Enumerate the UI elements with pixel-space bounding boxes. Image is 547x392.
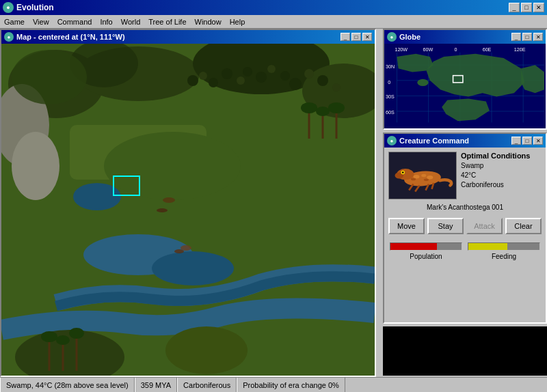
creature-stats: Optimal Conditions Swamp 42°C Carbonifer… bbox=[461, 152, 542, 199]
menu-help[interactable]: Help bbox=[226, 16, 250, 27]
creature-image bbox=[388, 152, 457, 199]
creature-title: Creature Command bbox=[399, 137, 511, 145]
globe-svg: 120W 60W 0 60E 120E 30N 0 30S 60S bbox=[384, 44, 546, 128]
stay-button[interactable]: Stay bbox=[427, 218, 464, 234]
svg-point-19 bbox=[256, 72, 267, 83]
menu-bar: Game View Command Info World Tree of Lif… bbox=[0, 15, 547, 29]
map-window: ● Map - centered at (1°N, 111°W) _ □ ✕ bbox=[0, 29, 376, 377]
svg-point-33 bbox=[41, 331, 57, 342]
svg-point-18 bbox=[243, 67, 252, 76]
globe-close[interactable]: ✕ bbox=[533, 33, 543, 41]
globe-icon: ● bbox=[387, 32, 397, 42]
population-col: Population bbox=[390, 242, 462, 260]
creature-title-bar: ● Creature Command _ □ ✕ bbox=[384, 134, 546, 148]
move-button[interactable]: Move bbox=[388, 218, 425, 234]
population-label: Population bbox=[410, 253, 442, 260]
clear-button[interactable]: Clear bbox=[505, 218, 542, 234]
svg-text:120W: 120W bbox=[395, 47, 408, 53]
svg-point-21 bbox=[280, 71, 290, 81]
population-bar-container bbox=[390, 242, 462, 251]
svg-point-41 bbox=[163, 197, 175, 203]
svg-point-22 bbox=[289, 78, 302, 90]
lizard-svg bbox=[392, 155, 453, 196]
creature-close[interactable]: ✕ bbox=[533, 137, 543, 145]
globe-title-bar: ● Globe _ □ ✕ bbox=[384, 30, 546, 44]
map-terrain-svg bbox=[1, 44, 375, 376]
svg-point-38 bbox=[73, 183, 121, 210]
menu-info[interactable]: Info bbox=[96, 16, 116, 27]
creature-minimize[interactable]: _ bbox=[511, 137, 521, 145]
svg-point-40 bbox=[174, 249, 184, 253]
globe-title: Globe bbox=[399, 33, 511, 41]
svg-point-16 bbox=[222, 68, 232, 79]
svg-text:0: 0 bbox=[455, 47, 457, 53]
globe-restore[interactable]: □ bbox=[522, 33, 532, 41]
map-canvas[interactable] bbox=[1, 44, 375, 376]
minimize-button[interactable]: _ bbox=[509, 3, 520, 12]
menu-world[interactable]: World bbox=[117, 16, 145, 27]
menu-command[interactable]: Command bbox=[53, 16, 96, 27]
globe-minimize[interactable]: _ bbox=[511, 33, 521, 41]
svg-point-23 bbox=[304, 69, 314, 79]
population-bar bbox=[390, 243, 437, 250]
menu-game[interactable]: Game bbox=[0, 16, 29, 27]
svg-point-12 bbox=[165, 326, 248, 374]
creature-content: Optimal Conditions Swamp 42°C Carbonifer… bbox=[384, 148, 546, 267]
restore-button[interactable]: □ bbox=[521, 3, 532, 12]
map-restore[interactable]: □ bbox=[351, 33, 361, 41]
svg-point-35 bbox=[56, 335, 70, 345]
feeding-bar-container bbox=[468, 242, 540, 251]
svg-point-80 bbox=[414, 175, 420, 178]
svg-point-84 bbox=[424, 179, 429, 182]
title-bar-buttons: _ □ ✕ bbox=[509, 3, 544, 12]
map-title-bar: ● Map - centered at (1°N, 111°W) _ □ ✕ bbox=[1, 30, 375, 44]
svg-point-13 bbox=[187, 75, 198, 86]
mya-status: 359 MYA bbox=[135, 378, 177, 392]
status-bar: Swamp, 44°C (28m above sea level) 359 MY… bbox=[0, 377, 547, 392]
svg-point-81 bbox=[421, 174, 426, 178]
svg-text:60S: 60S bbox=[386, 110, 395, 115]
svg-text:60E: 60E bbox=[483, 47, 492, 53]
svg-point-27 bbox=[301, 102, 317, 113]
svg-point-37 bbox=[69, 328, 84, 339]
svg-text:120E: 120E bbox=[514, 47, 526, 53]
feeding-bar bbox=[468, 243, 507, 250]
optimal-conditions-title: Optimal Conditions bbox=[461, 152, 542, 160]
svg-text:30S: 30S bbox=[386, 94, 395, 100]
creature-name: Mark's Acanthostega 001 bbox=[388, 204, 542, 211]
probability-status: Probability of era change 0% bbox=[237, 378, 345, 392]
creature-window: ● Creature Command _ □ ✕ bbox=[383, 132, 547, 324]
temp-stat: 42°C bbox=[461, 171, 542, 180]
menu-view[interactable]: View bbox=[29, 16, 53, 27]
feeding-col: Feeding bbox=[468, 242, 540, 260]
close-button[interactable]: ✕ bbox=[533, 3, 544, 12]
svg-point-14 bbox=[199, 72, 207, 80]
map-close[interactable]: ✕ bbox=[362, 33, 372, 41]
svg-text:30N: 30N bbox=[386, 64, 395, 70]
globe-window: ● Globe _ □ ✕ 120W 60W 0 60E 120E 30N 0 bbox=[383, 29, 547, 130]
progress-section: Population Feeding bbox=[388, 240, 542, 263]
globe-window-buttons: _ □ ✕ bbox=[511, 33, 543, 41]
attack-button[interactable]: Attack bbox=[466, 218, 503, 234]
globe-content: 120W 60W 0 60E 120E 30N 0 30S 60S bbox=[384, 44, 546, 128]
map-title: Map - centered at (1°N, 111°W) bbox=[16, 33, 341, 41]
creature-info-row: Optimal Conditions Swamp 42°C Carbonifer… bbox=[388, 152, 542, 199]
menu-window[interactable]: Window bbox=[191, 16, 226, 27]
map-minimize[interactable]: _ bbox=[341, 33, 350, 41]
feeding-label: Feeding bbox=[492, 253, 516, 260]
svg-point-8 bbox=[104, 132, 241, 200]
era-stat: Carboniferous bbox=[461, 180, 542, 190]
svg-point-24 bbox=[317, 75, 328, 86]
svg-point-31 bbox=[328, 102, 345, 113]
svg-text:0: 0 bbox=[388, 80, 390, 85]
svg-point-15 bbox=[209, 78, 218, 87]
period-status: Carboniferous bbox=[177, 378, 237, 392]
menu-treeoflife[interactable]: Tree of Life bbox=[144, 16, 190, 27]
title-bar: ● Evolution _ □ ✕ bbox=[0, 0, 547, 15]
svg-point-20 bbox=[267, 65, 276, 73]
creature-restore[interactable]: □ bbox=[522, 137, 532, 145]
svg-text:60W: 60W bbox=[423, 47, 433, 53]
biome-stat: Swamp bbox=[461, 161, 542, 171]
map-icon: ● bbox=[4, 32, 14, 42]
svg-marker-65 bbox=[397, 54, 433, 72]
